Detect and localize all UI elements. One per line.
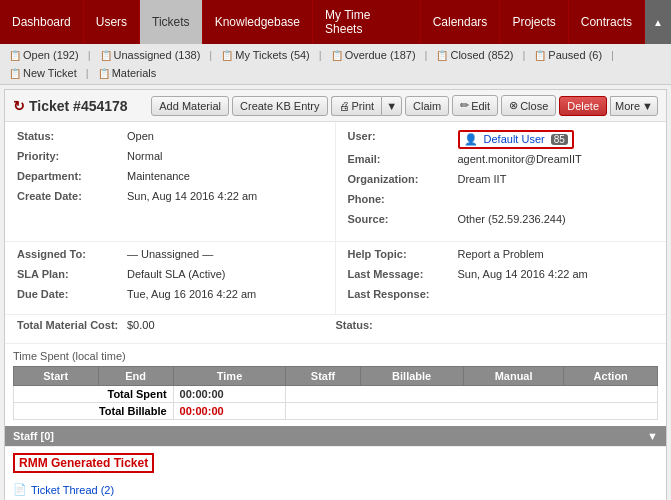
assigned-left: Assigned To: — Unassigned — SLA Plan: De…	[5, 242, 336, 314]
tickets-toolbar: 📋 Open (192) | 📋 Unassigned (138) | 📋 My…	[0, 44, 671, 85]
delete-button[interactable]: Delete	[559, 96, 607, 116]
priority-row: Priority: Normal	[17, 150, 323, 166]
info-left: Status: Open Priority: Normal Department…	[5, 122, 336, 241]
last-response-label: Last Response:	[348, 288, 458, 304]
ticket-header: ↻ Ticket #454178 Add Material Create KB …	[5, 90, 666, 122]
nav-my-time-sheets[interactable]: My Time Sheets	[313, 0, 421, 44]
rmm-section: RMM Generated Ticket	[5, 446, 666, 479]
nav-calendars[interactable]: Calendars	[421, 0, 501, 44]
collapse-button[interactable]: ▲	[645, 0, 671, 44]
col-end: End	[98, 367, 173, 386]
assigned-info-grid: Assigned To: — Unassigned — SLA Plan: De…	[5, 242, 666, 314]
col-staff: Staff	[286, 367, 360, 386]
info-right: User: 👤 Default User 85 Email: agent.mon…	[336, 122, 667, 241]
toolbar-paused[interactable]: 📋 Paused (6)	[529, 47, 607, 63]
assigned-to-row: Assigned To: — Unassigned —	[17, 248, 323, 264]
sep7: |	[86, 67, 89, 79]
assigned-to-value: — Unassigned —	[127, 248, 213, 264]
edit-button[interactable]: ✏ Edit	[452, 95, 498, 116]
overdue-icon: 📋	[331, 50, 343, 61]
total-spent-value: 00:00:00	[173, 386, 286, 403]
assigned-right: Help Topic: Report a Problem Last Messag…	[336, 242, 667, 314]
print-arrow[interactable]: ▼	[381, 96, 402, 116]
add-material-button[interactable]: Add Material	[151, 96, 229, 116]
print-split: 🖨 Print ▼	[331, 96, 403, 116]
last-message-value: Sun, Aug 14 2016 4:22 am	[458, 268, 588, 284]
open-icon: 📋	[9, 50, 21, 61]
nav-users[interactable]: Users	[84, 0, 140, 44]
organization-label: Organization:	[348, 173, 458, 189]
total-cost-label: Total Material Cost:	[17, 319, 127, 335]
rmm-title[interactable]: RMM Generated Ticket	[13, 453, 154, 473]
unassigned-icon: 📋	[100, 50, 112, 61]
user-link[interactable]: Default User	[484, 133, 545, 145]
create-kb-button[interactable]: Create KB Entry	[232, 96, 327, 116]
claim-button[interactable]: Claim	[405, 96, 449, 116]
toolbar-unassigned[interactable]: 📋 Unassigned (138)	[95, 47, 206, 63]
thread-link[interactable]: 📄 Ticket Thread (2)	[13, 483, 658, 496]
ticket-actions: Add Material Create KB Entry 🖨 Print ▼ C…	[151, 95, 658, 116]
refresh-icon[interactable]: ↻	[13, 98, 25, 114]
nav-dashboard[interactable]: Dashboard	[0, 0, 84, 44]
col-manual: Manual	[463, 367, 564, 386]
total-billable-row: Total Billable 00:00:00	[14, 403, 658, 420]
toolbar-materials[interactable]: 📋 Materials	[93, 65, 162, 81]
department-row: Department: Maintenance	[17, 170, 323, 186]
create-date-label: Create Date:	[17, 190, 127, 206]
thread-icon: 📄	[13, 483, 27, 496]
staff-section[interactable]: Staff [0] ▼	[5, 426, 666, 446]
toolbar-overdue[interactable]: 📋 Overdue (187)	[326, 47, 421, 63]
email-label: Email:	[348, 153, 458, 169]
nav-tickets[interactable]: Tickets	[140, 0, 203, 44]
total-spent-empty	[286, 386, 658, 403]
source-row: Source: Other (52.59.236.244)	[348, 213, 655, 229]
status-right-row: Status:	[336, 319, 655, 335]
nav-contracts[interactable]: Contracts	[569, 0, 645, 44]
total-billable-label: Total Billable	[14, 403, 174, 420]
print-button[interactable]: 🖨 Print	[331, 96, 382, 116]
create-date-row: Create Date: Sun, Aug 14 2016 4:22 am	[17, 190, 323, 206]
status-row: Status: Open	[17, 130, 323, 146]
help-topic-row: Help Topic: Report a Problem	[348, 248, 655, 264]
total-cost-row: Total Material Cost: $0.00	[17, 319, 336, 335]
col-start: Start	[14, 367, 99, 386]
toolbar-closed[interactable]: 📋 Closed (852)	[431, 47, 518, 63]
total-cost-value: $0.00	[127, 319, 155, 335]
col-time: Time	[173, 367, 286, 386]
total-spent-label: Total Spent	[14, 386, 174, 403]
toolbar-new-ticket[interactable]: 📋 New Ticket	[4, 65, 82, 81]
help-topic-value: Report a Problem	[458, 248, 544, 264]
email-value: agent.monitor@DreamIIT	[458, 153, 582, 169]
user-value-box: 👤 Default User 85	[458, 130, 574, 149]
status-value: Open	[127, 130, 154, 146]
user-person-icon: 👤	[464, 133, 478, 145]
staff-arrow-icon: ▼	[647, 430, 658, 442]
toolbar-my-tickets[interactable]: 📋 My Tickets (54)	[216, 47, 315, 63]
closed-icon: 📋	[436, 50, 448, 61]
sep6: |	[611, 49, 614, 61]
materials-icon: 📋	[98, 68, 110, 79]
col-billable: Billable	[360, 367, 463, 386]
due-date-value: Tue, Aug 16 2016 4:22 am	[127, 288, 256, 304]
time-spent-section: Time Spent (local time) Start End Time S…	[5, 343, 666, 426]
ticket-title-area: ↻ Ticket #454178	[13, 98, 128, 114]
total-billable-value: 00:00:00	[173, 403, 286, 420]
department-value: Maintenance	[127, 170, 190, 186]
more-button[interactable]: More ▼	[610, 96, 658, 116]
source-label: Source:	[348, 213, 458, 229]
close-button[interactable]: ⊗ Close	[501, 95, 556, 116]
nav-projects[interactable]: Projects	[500, 0, 568, 44]
phone-row: Phone:	[348, 193, 655, 209]
phone-label: Phone:	[348, 193, 458, 209]
sla-label: SLA Plan:	[17, 268, 127, 284]
due-date-row: Due Date: Tue, Aug 16 2016 4:22 am	[17, 288, 323, 304]
user-row: User: 👤 Default User 85	[348, 130, 655, 149]
toolbar-open[interactable]: 📋 Open (192)	[4, 47, 84, 63]
material-row: Total Material Cost: $0.00 Status:	[5, 314, 666, 343]
nav-knowledgebase[interactable]: Knowledgebase	[203, 0, 313, 44]
ticket-title: Ticket #454178	[29, 98, 128, 114]
due-date-label: Due Date:	[17, 288, 127, 304]
more-split: More ▼	[610, 96, 658, 116]
paused-icon: 📋	[534, 50, 546, 61]
user-count: 85	[551, 134, 568, 145]
